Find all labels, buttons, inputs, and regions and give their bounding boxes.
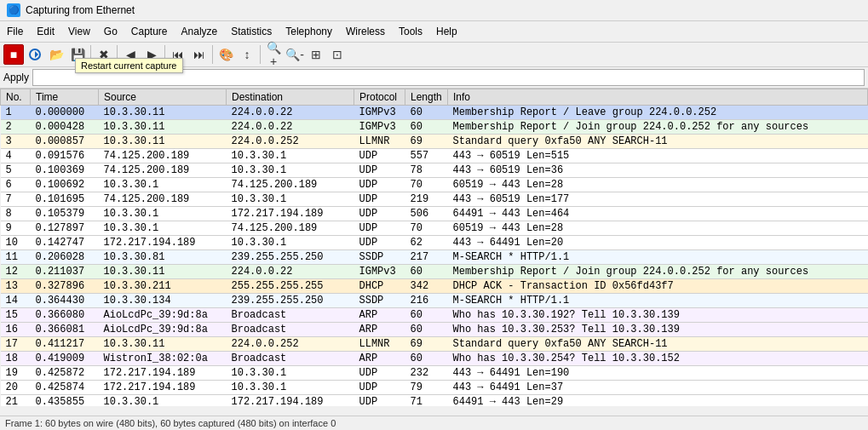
cell-source: 10.3.30.11 [99,265,227,279]
packet-table: No. Time Source Destination Protocol Len… [0,89,868,406]
table-row[interactable]: 150.366080AioLcdPc_39:9d:8aBroadcastARP6… [1,308,868,323]
cell-info: 443 → 60519 Len=515 [448,149,868,163]
cell-time: 0.100369 [31,163,99,178]
cell-time: 0.419009 [31,352,99,366]
cell-destination: Broadcast [227,323,354,337]
cell-source: 10.3.30.11 [99,120,227,135]
cell-info: Standard query 0xfa50 ANY SEARCH-11 [448,337,868,352]
zoom-reset-button[interactable]: ⊞ [306,44,326,65]
table-row[interactable]: 140.36443010.3.30.134239.255.255.250SSDP… [1,294,868,308]
table-row[interactable]: 200.425874172.217.194.18910.3.30.1UDP794… [1,381,868,395]
packet-list-container[interactable]: No. Time Source Destination Protocol Len… [0,89,868,406]
cell-time: 0.000428 [31,120,99,135]
table-row[interactable]: 30.00085710.3.30.11224.0.0.252LLMNR69Sta… [1,135,868,149]
cell-no: 1 [1,106,31,120]
cell-time: 0.411217 [31,337,99,352]
cell-time: 0.142747 [31,236,99,250]
table-row[interactable]: 120.21103710.3.30.11224.0.0.22IGMPv360Me… [1,265,868,279]
menu-item-edit[interactable]: Edit [30,23,61,40]
cell-info: 64491 → 443 Len=29 [448,395,868,407]
table-row[interactable]: 100.142747172.217.194.18910.3.30.1UDP624… [1,236,868,250]
table-row[interactable]: 90.12789710.3.30.174.125.200.189UDP70605… [1,221,868,236]
cell-source: AioLcdPc_39:9d:8a [99,323,227,337]
cell-protocol: IGMPv3 [354,106,405,120]
cell-time: 0.366081 [31,323,99,337]
col-source[interactable]: Source [99,89,227,106]
col-protocol[interactable]: Protocol [354,89,405,106]
cell-no: 21 [1,395,31,407]
go-to-last-button[interactable]: ⏭ [189,44,210,65]
col-no[interactable]: No. [1,89,31,106]
cell-time: 0.091576 [31,149,99,163]
cell-info: Who has 10.3.30.253? Tell 10.3.30.139 [448,323,868,337]
cell-destination: 224.0.0.22 [227,120,354,135]
cell-no: 13 [1,279,31,294]
table-row[interactable]: 80.10537910.3.30.1172.217.194.189UDP5066… [1,207,868,221]
autoscroll-button[interactable]: ↕ [237,44,257,65]
cell-length: 79 [405,381,448,395]
table-row[interactable]: 180.419009WistronI_38:02:0aBroadcastARP6… [1,352,868,366]
cell-source: WistronI_38:02:0a [99,352,227,366]
table-row[interactable]: 160.366081AioLcdPc_39:9d:8aBroadcastARP6… [1,323,868,337]
cell-info: 443 → 64491 Len=20 [448,236,868,250]
cell-source: 74.125.200.189 [99,163,227,178]
cell-no: 14 [1,294,31,308]
menu-item-statistics[interactable]: Statistics [224,23,279,40]
table-row[interactable]: 40.09157674.125.200.18910.3.30.1UDP55744… [1,149,868,163]
table-row[interactable]: 20.00042810.3.30.11224.0.0.22IGMPv360Mem… [1,120,868,135]
table-row[interactable]: 50.10036974.125.200.18910.3.30.1UDP78443… [1,163,868,178]
table-row[interactable]: 130.32789610.3.30.211255.255.255.255DHCP… [1,279,868,294]
col-time[interactable]: Time [31,89,99,106]
menu-item-help[interactable]: Help [429,23,464,40]
cell-time: 0.364430 [31,294,99,308]
cell-time: 0.101695 [31,192,99,207]
table-row[interactable]: 190.425872172.217.194.18910.3.30.1UDP232… [1,366,868,381]
cell-destination: 255.255.255.255 [227,279,354,294]
cell-source: 10.3.30.11 [99,337,227,352]
zoom-out-button[interactable]: 🔍- [285,44,305,65]
col-destination[interactable]: Destination [227,89,354,106]
menu-item-go[interactable]: Go [97,23,124,40]
table-row[interactable]: 70.10169574.125.200.18910.3.30.1UDP21944… [1,192,868,207]
stop-capture-button[interactable]: ■ [3,44,24,65]
restart-capture-button[interactable] [25,44,45,65]
cell-length: 69 [405,337,448,352]
table-row[interactable]: 210.43585510.3.30.1172.217.194.189UDP716… [1,395,868,407]
cell-length: 219 [405,192,448,207]
cell-protocol: IGMPv3 [354,265,405,279]
cell-length: 60 [405,323,448,337]
cell-no: 17 [1,337,31,352]
table-row[interactable]: 10.00000010.3.30.11224.0.0.22IGMPv360Mem… [1,106,868,120]
menu-bar: FileEditViewGoCaptureAnalyzeStatisticsTe… [0,21,868,43]
window-title: Capturing from Ethernet [26,4,135,16]
app-icon: 🔵 [7,3,20,17]
table-row[interactable]: 170.41121710.3.30.11224.0.0.252LLMNR69St… [1,337,868,352]
fullscreen-button[interactable]: ⊡ [327,44,348,65]
cell-no: 9 [1,221,31,236]
menu-item-analyze[interactable]: Analyze [175,23,225,40]
cell-no: 6 [1,178,31,192]
col-length[interactable]: Length [405,89,448,106]
menu-item-wireless[interactable]: Wireless [339,23,392,40]
cell-source: 74.125.200.189 [99,149,227,163]
cell-time: 0.425872 [31,366,99,381]
cell-info: M-SEARCH * HTTP/1.1 [448,250,868,265]
menu-item-file[interactable]: File [0,23,30,40]
table-row[interactable]: 110.20602810.3.30.81239.255.255.250SSDP2… [1,250,868,265]
col-info[interactable]: Info [448,89,868,106]
cell-no: 10 [1,236,31,250]
colorize-button[interactable]: 🎨 [216,44,236,65]
cell-protocol: IGMPv3 [354,120,405,135]
cell-destination: 10.3.30.1 [227,236,354,250]
table-row[interactable]: 60.10069210.3.30.174.125.200.189UDP70605… [1,178,868,192]
cell-info: Who has 10.3.30.254? Tell 10.3.30.152 [448,352,868,366]
menu-item-capture[interactable]: Capture [124,23,175,40]
open-button[interactable]: 📂 [46,44,66,65]
menu-item-view[interactable]: View [61,23,97,40]
menu-item-tools[interactable]: Tools [392,23,429,40]
cell-protocol: SSDP [354,250,405,265]
cell-no: 18 [1,352,31,366]
menu-item-telephony[interactable]: Telephony [279,23,339,40]
cell-info: M-SEARCH * HTTP/1.1 [448,294,868,308]
zoom-in-button[interactable]: 🔍+ [263,44,284,65]
